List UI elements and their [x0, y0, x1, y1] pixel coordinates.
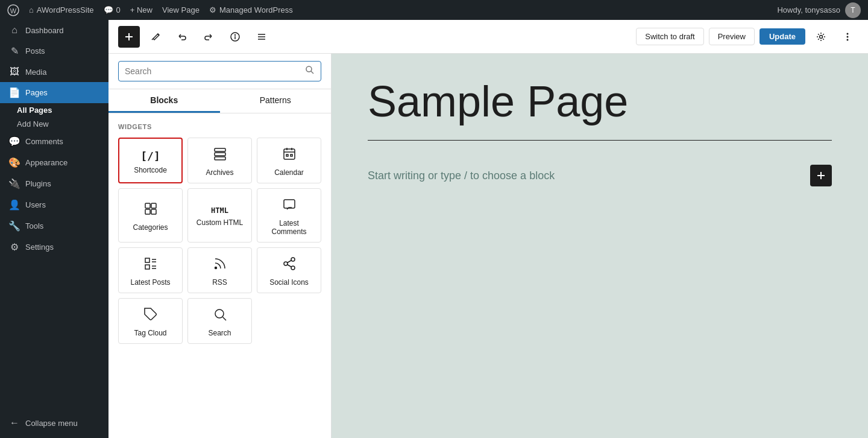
tab-blocks[interactable]: Blocks	[108, 89, 220, 113]
editor-settings-button[interactable]	[810, 26, 832, 48]
more-options-button[interactable]	[837, 26, 858, 48]
appearance-icon: 🎨	[8, 157, 20, 168]
svg-rect-27	[145, 209, 150, 214]
svg-line-15	[311, 71, 313, 74]
preview-button[interactable]: Preview	[709, 28, 755, 45]
sidebar-item-media[interactable]: 🖼 Media	[0, 62, 108, 82]
user-menu[interactable]: Howdy, tonysasso T	[777, 2, 861, 18]
sidebar-item-all-pages[interactable]: All Pages	[8, 103, 108, 117]
block-item-shortcode[interactable]: [/] Shortcode	[118, 138, 183, 183]
blocks-list: WIDGETS [/] Shortcode Archives	[108, 113, 331, 438]
update-button[interactable]: Update	[760, 28, 805, 45]
sidebar-item-pages[interactable]: 📄 Pages	[0, 82, 108, 103]
blocks-grid: [/] Shortcode Archives	[118, 138, 321, 344]
sidebar-item-tools[interactable]: 🔧 Tools	[0, 215, 108, 236]
block-item-social-icons[interactable]: Social Icons	[257, 247, 321, 293]
svg-point-37	[291, 258, 295, 261]
sidebar-item-dashboard[interactable]: ⌂ Dashboard	[0, 20, 108, 40]
comments-link[interactable]: 💬 0	[104, 5, 121, 14]
calendar-icon	[282, 147, 297, 165]
pages-submenu: All Pages Add New	[0, 103, 108, 131]
writing-prompt-text: Start writing or type / to choose a bloc…	[368, 170, 555, 182]
svg-rect-26	[151, 203, 156, 208]
site-name[interactable]: ⌂ AWordPressSite	[29, 5, 94, 14]
svg-rect-18	[215, 157, 225, 160]
editor-body: Blocks Patterns WIDGETS [/] Shortcode	[108, 54, 868, 438]
canvas-add-block-button[interactable]	[810, 165, 832, 186]
admin-bar: W ⌂ AWordPressSite 💬 0 + New View Page ⚙…	[0, 0, 868, 20]
block-item-latest-posts[interactable]: Latest Posts	[118, 247, 183, 293]
svg-rect-28	[151, 209, 156, 214]
undo-button[interactable]	[171, 26, 193, 48]
writing-prompt-area[interactable]: Start writing or type / to choose a bloc…	[368, 165, 832, 186]
collapse-icon: ←	[8, 417, 20, 428]
sidebar-item-comments[interactable]: 💬 Comments	[0, 131, 108, 152]
svg-point-12	[847, 36, 849, 37]
block-item-tag-cloud[interactable]: Tag Cloud	[118, 298, 183, 344]
latest-posts-icon	[143, 256, 158, 275]
svg-rect-31	[145, 265, 149, 269]
block-item-latest-comments[interactable]: Latest Comments	[257, 188, 321, 243]
svg-rect-23	[286, 154, 288, 156]
switch-draft-button[interactable]: Switch to draft	[636, 28, 703, 45]
social-icons-icon	[282, 256, 297, 275]
avatar: T	[845, 2, 861, 18]
sidebar-item-plugins[interactable]: 🔌 Plugins	[0, 173, 108, 194]
svg-line-40	[287, 265, 291, 267]
sidebar: ⌂ Dashboard ✎ Posts 🖼 Media 📄 Pages All …	[0, 20, 108, 438]
comments-icon: 💬	[8, 136, 20, 147]
sidebar-item-posts[interactable]: ✎ Posts	[0, 40, 108, 62]
block-item-custom-html[interactable]: HTML Custom HTML	[187, 188, 252, 243]
sidebar-item-settings[interactable]: ⚙ Settings	[0, 236, 108, 258]
plugins-icon: 🔌	[8, 178, 20, 189]
block-item-calendar[interactable]: Calendar	[257, 138, 321, 183]
canvas-area: Sample Page Start writing or type / to c…	[332, 54, 868, 438]
svg-point-43	[215, 309, 224, 318]
svg-point-38	[284, 262, 288, 265]
svg-point-36	[215, 267, 216, 269]
new-content-button[interactable]: + New	[130, 5, 153, 14]
toolbar-right: Switch to draft Preview Update	[636, 26, 858, 48]
search-input[interactable]	[125, 66, 300, 76]
tabs-row: Blocks Patterns	[108, 89, 331, 113]
block-item-categories[interactable]: Categories	[118, 188, 183, 243]
pages-icon: 📄	[8, 87, 20, 98]
svg-point-10	[820, 35, 823, 38]
edit-button[interactable]	[145, 26, 166, 48]
svg-rect-19	[284, 149, 295, 159]
svg-rect-29	[284, 200, 295, 208]
info-button[interactable]	[224, 26, 246, 48]
view-page-link[interactable]: View Page	[162, 5, 200, 14]
tab-patterns[interactable]: Patterns	[220, 89, 332, 113]
tag-cloud-icon	[143, 307, 158, 325]
rss-icon	[213, 256, 227, 275]
collapse-menu-button[interactable]: ← Collapse menu	[0, 413, 108, 433]
tools-icon: 🔧	[8, 220, 20, 232]
svg-point-14	[306, 66, 312, 72]
block-item-search[interactable]: Search	[187, 298, 252, 344]
add-block-button[interactable]	[118, 26, 140, 48]
svg-rect-24	[291, 154, 292, 156]
editor-toolbar: Switch to draft Preview Update	[108, 20, 868, 54]
dashboard-icon: ⌂	[8, 25, 20, 36]
search-block-icon	[213, 307, 227, 325]
wp-logo[interactable]: W	[7, 4, 19, 16]
redo-button[interactable]	[198, 26, 219, 48]
page-title-display[interactable]: Sample Page	[368, 78, 832, 125]
sidebar-item-add-new[interactable]: Add New	[8, 117, 108, 131]
block-item-rss[interactable]: RSS	[187, 247, 252, 293]
managed-wp-link[interactable]: ⚙ Managed WordPress	[209, 5, 293, 14]
svg-rect-16	[215, 148, 225, 151]
block-item-archives[interactable]: Archives	[187, 138, 252, 183]
svg-text:W: W	[10, 7, 17, 14]
categories-icon	[143, 202, 158, 220]
list-view-button[interactable]	[251, 26, 272, 48]
editor-area: Switch to draft Preview Update	[108, 20, 868, 438]
svg-point-13	[847, 39, 849, 40]
svg-line-44	[222, 317, 226, 321]
media-icon: 🖼	[8, 66, 20, 77]
sidebar-item-appearance[interactable]: 🎨 Appearance	[0, 152, 108, 173]
search-icon	[305, 65, 315, 77]
sidebar-item-users[interactable]: 👤 Users	[0, 194, 108, 215]
custom-html-icon: HTML	[211, 206, 228, 215]
